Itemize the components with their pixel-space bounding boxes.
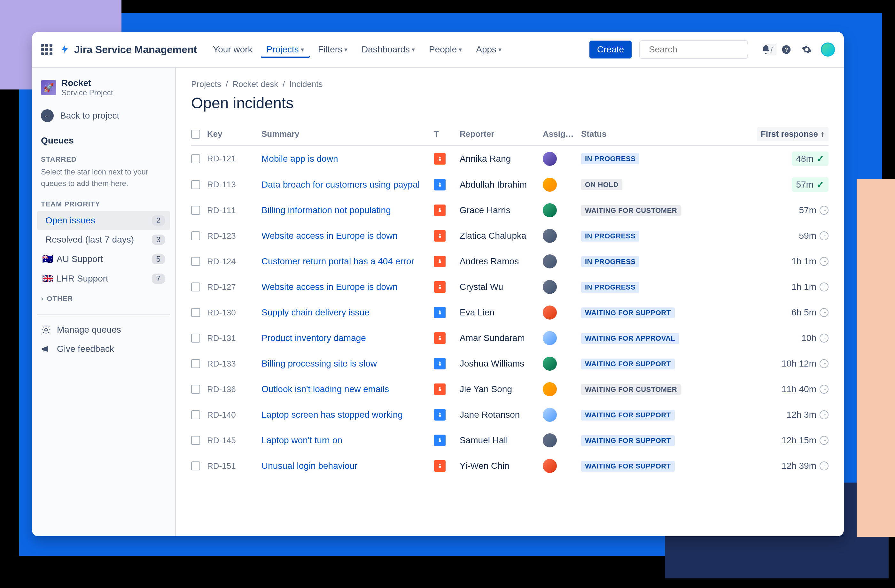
product-logo[interactable]: Jira Service Management [60, 44, 197, 56]
status-lozenge[interactable]: WAITING FOR CUSTOMER [581, 384, 681, 395]
issue-summary[interactable]: Billing information not populating [261, 205, 434, 215]
app-switcher-icon[interactable] [41, 44, 52, 55]
col-key[interactable]: Key [207, 129, 261, 139]
issue-summary[interactable]: Data breach for customers using paypal [261, 180, 434, 190]
status-lozenge[interactable]: WAITING FOR SUPPORT [581, 461, 675, 472]
row-checkbox[interactable] [191, 282, 200, 291]
table-row[interactable]: RD-151 Unusual login behaviour Yi-Wen Ch… [191, 453, 828, 479]
assignee-avatar[interactable] [543, 433, 557, 447]
queue-item[interactable]: Resolved (last 7 days)3 [37, 230, 170, 249]
row-checkbox[interactable] [191, 461, 200, 470]
breadcrumb-item[interactable]: Incidents [289, 79, 323, 89]
row-checkbox[interactable] [191, 180, 200, 189]
issue-key[interactable]: RD-130 [207, 308, 261, 318]
give-feedback[interactable]: Give feedback [37, 339, 170, 359]
settings-icon[interactable] [800, 43, 813, 56]
row-checkbox[interactable] [191, 359, 200, 368]
nav-people[interactable]: People▾ [423, 41, 468, 58]
status-lozenge[interactable]: IN PROGRESS [581, 153, 639, 164]
table-row[interactable]: RD-127 Website access in Europe is down … [191, 274, 828, 300]
nav-filters[interactable]: Filters▾ [312, 41, 353, 58]
issue-key[interactable]: RD-111 [207, 206, 261, 215]
table-row[interactable]: RD-111 Billing information not populatin… [191, 197, 828, 223]
issue-key[interactable]: RD-124 [207, 257, 261, 267]
issue-summary[interactable]: Website access in Europe is down [261, 231, 434, 241]
issue-key[interactable]: RD-140 [207, 410, 261, 420]
table-row[interactable]: RD-140 Laptop screen has stopped working… [191, 402, 828, 427]
issue-key[interactable]: RD-113 [207, 180, 261, 189]
row-checkbox[interactable] [191, 257, 200, 266]
table-row[interactable]: RD-124 Customer return portal has a 404 … [191, 249, 828, 274]
issue-summary[interactable]: Unusual login behaviour [261, 461, 434, 471]
issue-summary[interactable]: Mobile app is down [261, 154, 434, 164]
table-row[interactable]: RD-123 Website access in Europe is down … [191, 223, 828, 249]
queue-item[interactable]: 🇦🇺AU Support5 [37, 249, 170, 269]
issue-summary[interactable]: Product inventory damage [261, 333, 434, 343]
row-checkbox[interactable] [191, 231, 200, 240]
assignee-avatar[interactable] [543, 459, 557, 473]
issue-key[interactable]: RD-127 [207, 282, 261, 292]
table-row[interactable]: RD-121 Mobile app is down Annika Rang IN… [191, 146, 828, 171]
issue-key[interactable]: RD-145 [207, 436, 261, 446]
manage-queues[interactable]: Manage queues [37, 320, 170, 339]
help-icon[interactable]: ? [780, 43, 793, 56]
assignee-avatar[interactable] [543, 382, 557, 396]
project-header[interactable]: 🚀 Rocket Service Project [37, 76, 170, 103]
issue-key[interactable]: RD-136 [207, 385, 261, 394]
issue-key[interactable]: RD-133 [207, 359, 261, 369]
breadcrumb-item[interactable]: Rocket desk [232, 79, 278, 89]
breadcrumb-item[interactable]: Projects [191, 79, 221, 89]
issue-summary[interactable]: Laptop screen has stopped working [261, 410, 434, 420]
status-lozenge[interactable]: WAITING FOR SUPPORT [581, 410, 675, 421]
col-status[interactable]: Status [581, 129, 683, 139]
assignee-avatar[interactable] [543, 178, 557, 192]
nav-apps[interactable]: Apps▾ [470, 41, 507, 58]
issue-key[interactable]: RD-121 [207, 154, 261, 164]
row-checkbox[interactable] [191, 385, 200, 394]
search-input[interactable] [649, 44, 763, 55]
issue-key[interactable]: RD-123 [207, 231, 261, 241]
table-row[interactable]: RD-113 Data breach for customers using p… [191, 171, 828, 197]
assignee-avatar[interactable] [543, 331, 557, 345]
assignee-avatar[interactable] [543, 306, 557, 320]
nav-dashboards[interactable]: Dashboards▾ [356, 41, 421, 58]
status-lozenge[interactable]: WAITING FOR CUSTOMER [581, 205, 681, 216]
table-row[interactable]: RD-133 Billing processing site is slow J… [191, 351, 828, 376]
assignee-avatar[interactable] [543, 357, 557, 371]
other-expander[interactable]: › OTHER [37, 288, 170, 309]
table-row[interactable]: RD-136 Outlook isn't loading new emails … [191, 376, 828, 402]
col-assignee[interactable]: Assig… [543, 129, 581, 139]
nav-projects[interactable]: Projects▾ [261, 41, 310, 58]
issue-summary[interactable]: Website access in Europe is down [261, 282, 434, 292]
notifications-icon[interactable] [760, 43, 772, 56]
col-first-response[interactable]: First response↑ [757, 127, 828, 141]
assignee-avatar[interactable] [543, 408, 557, 422]
status-lozenge[interactable]: ON HOLD [581, 179, 622, 190]
status-lozenge[interactable]: WAITING FOR SUPPORT [581, 359, 675, 370]
table-row[interactable]: RD-145 Laptop won't turn on Samuel Hall … [191, 427, 828, 453]
table-row[interactable]: RD-131 Product inventory damage Amar Sun… [191, 325, 828, 351]
col-summary[interactable]: Summary [261, 129, 434, 139]
assignee-avatar[interactable] [543, 280, 557, 294]
col-type[interactable]: T [434, 129, 460, 139]
assignee-avatar[interactable] [543, 255, 557, 268]
queue-item[interactable]: 🇬🇧LHR Support7 [37, 269, 170, 288]
issue-summary[interactable]: Supply chain delivery issue [261, 308, 434, 318]
status-lozenge[interactable]: WAITING FOR SUPPORT [581, 308, 675, 318]
search-box[interactable]: / [639, 40, 748, 59]
assignee-avatar[interactable] [543, 229, 557, 243]
issue-summary[interactable]: Laptop won't turn on [261, 435, 434, 446]
status-lozenge[interactable]: IN PROGRESS [581, 231, 639, 242]
issue-summary[interactable]: Customer return portal has a 404 error [261, 256, 434, 267]
col-reporter[interactable]: Reporter [460, 129, 543, 139]
issue-summary[interactable]: Billing processing site is slow [261, 359, 434, 369]
row-checkbox[interactable] [191, 206, 200, 215]
back-to-project[interactable]: ← Back to project [37, 103, 170, 128]
status-lozenge[interactable]: WAITING FOR APPROVAL [581, 333, 679, 344]
row-checkbox[interactable] [191, 410, 200, 419]
nav-your-work[interactable]: Your work [207, 41, 258, 58]
issue-key[interactable]: RD-151 [207, 461, 261, 471]
assignee-avatar[interactable] [543, 203, 557, 217]
create-button[interactable]: Create [589, 41, 632, 59]
select-all-checkbox[interactable] [191, 130, 200, 139]
